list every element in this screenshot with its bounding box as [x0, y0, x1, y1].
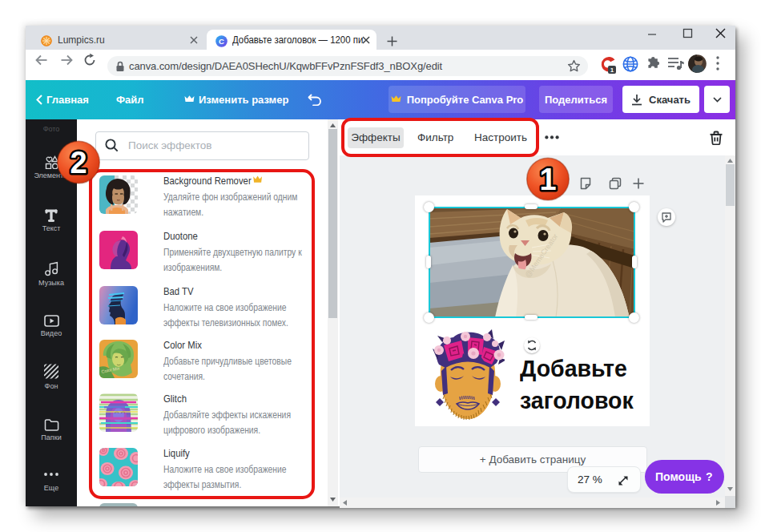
svg-text:C: C	[219, 37, 224, 46]
svg-text:1: 1	[539, 163, 556, 196]
svg-text:2: 2	[70, 146, 87, 179]
svg-text:1: 1	[610, 66, 614, 74]
